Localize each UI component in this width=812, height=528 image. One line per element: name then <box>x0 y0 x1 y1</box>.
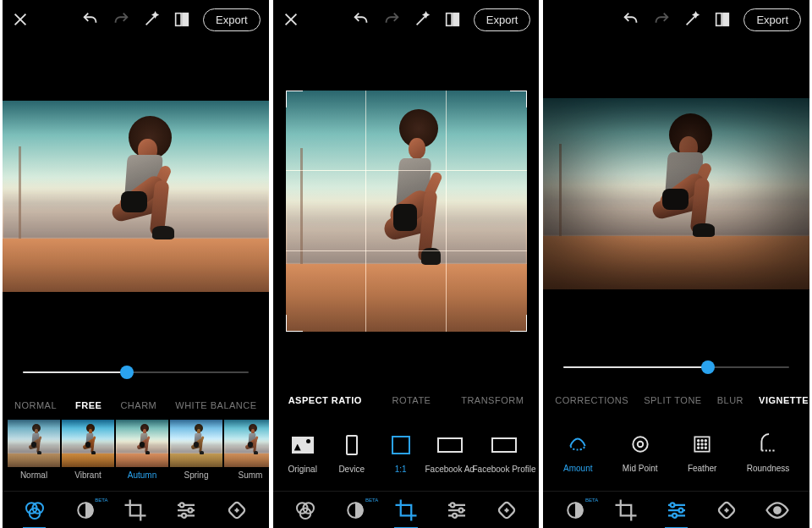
preset-normal[interactable]: Normal <box>8 420 60 491</box>
auto-enhance-icon[interactable] <box>413 10 431 29</box>
tool-crop-icon[interactable] <box>612 498 640 523</box>
tab-transform[interactable]: TRANSFORM <box>461 395 524 405</box>
tool-redeye-icon[interactable] <box>763 498 792 523</box>
preset-spring[interactable]: Spring <box>170 420 222 491</box>
svg-point-16 <box>450 503 454 507</box>
ratio-1-1[interactable]: 1:1 <box>376 432 425 474</box>
tool-filters-icon[interactable]: BETA <box>561 498 590 523</box>
svg-point-29 <box>701 443 703 445</box>
tab-normal[interactable]: NORMAL <box>14 400 57 410</box>
svg-point-37 <box>672 513 677 517</box>
crop-handle-br[interactable] <box>510 315 527 332</box>
svg-rect-20 <box>716 14 721 26</box>
photo-canvas[interactable] <box>3 39 269 354</box>
compare-icon[interactable] <box>443 10 462 29</box>
preset-summer[interactable]: Summ <box>224 420 269 491</box>
tool-adjust-icon[interactable] <box>172 498 200 523</box>
svg-rect-1 <box>183 14 188 26</box>
svg-point-31 <box>698 447 700 448</box>
tab-rotate[interactable]: ROTATE <box>392 395 431 405</box>
crop-handle-bl[interactable] <box>286 315 303 332</box>
svg-point-39 <box>774 507 781 514</box>
svg-point-18 <box>453 513 457 517</box>
slider-fill <box>23 371 127 373</box>
export-button[interactable]: Export <box>203 8 261 31</box>
phone-b: Export ASPECT RATIO ROTATE TRANSFORM Ori… <box>273 0 540 528</box>
bottom-toolbar: BETA <box>543 491 809 528</box>
auto-enhance-icon[interactable] <box>683 10 701 29</box>
svg-rect-21 <box>723 14 728 26</box>
tool-heal-icon[interactable] <box>222 498 251 523</box>
tool-crop-icon[interactable] <box>392 498 420 523</box>
three-phone-shot: Export NORMAL FREE CHARM WHITE BALANCE B… <box>0 0 812 528</box>
photo-cropframe[interactable] <box>286 91 527 332</box>
crop-handle-tr[interactable] <box>510 91 527 107</box>
crop-handle-tl[interactable] <box>286 91 303 107</box>
tool-filters-icon[interactable]: BETA <box>341 498 370 523</box>
svg-point-33 <box>705 447 707 448</box>
svg-point-25 <box>698 439 700 441</box>
tool-filters-icon[interactable]: BETA <box>71 498 100 523</box>
svg-rect-10 <box>446 14 451 26</box>
preset-vibrant[interactable]: Vibrant <box>62 420 114 491</box>
svg-point-6 <box>180 503 184 507</box>
vignette-feather[interactable]: Feather <box>688 433 716 473</box>
redo-icon <box>112 10 130 29</box>
svg-point-22 <box>633 437 647 451</box>
crop-canvas[interactable] <box>273 39 540 386</box>
slider-knob[interactable] <box>701 360 715 374</box>
tab-corrections[interactable]: CORRECTIONS <box>555 395 628 405</box>
tab-aspect-ratio[interactable]: ASPECT RATIO <box>288 395 362 405</box>
photo <box>3 101 269 292</box>
vignette-amount[interactable]: Amount <box>563 433 592 473</box>
ratio-original[interactable]: Original <box>278 432 327 474</box>
preset-autumn[interactable]: Autumn <box>116 420 168 491</box>
auto-enhance-icon[interactable] <box>142 10 161 29</box>
svg-point-17 <box>458 508 463 512</box>
bottom-toolbar: BETA <box>3 491 269 528</box>
tab-white-balance[interactable]: WHITE BALANCE <box>175 400 256 410</box>
slider-fill <box>563 366 708 368</box>
vignette-roundness[interactable]: Roundness <box>747 433 790 473</box>
tab-vignette[interactable]: VIGNETTE <box>759 395 809 405</box>
filter-category-tabs: NORMAL FREE CHARM WHITE BALANCE BL <box>3 391 269 420</box>
tool-adjust-icon[interactable] <box>442 498 471 523</box>
undo-icon[interactable] <box>352 10 370 29</box>
ratio-device[interactable]: Device <box>327 432 376 474</box>
tool-looks-icon[interactable] <box>20 498 49 523</box>
tool-heal-icon[interactable] <box>492 498 521 523</box>
ratio-facebook-ad[interactable]: Facebook Ad <box>425 432 475 474</box>
export-button[interactable]: Export <box>743 8 801 31</box>
intensity-slider[interactable] <box>3 354 269 391</box>
adjust-tabs: CORRECTIONS SPLIT TONE BLUR VIGNETTE <box>543 386 809 415</box>
svg-point-28 <box>698 443 700 445</box>
slider-knob[interactable] <box>120 366 134 379</box>
tool-crop-icon[interactable] <box>121 498 150 523</box>
tab-charm[interactable]: CHARM <box>120 400 156 410</box>
export-button[interactable]: Export <box>474 8 531 31</box>
compare-icon[interactable] <box>173 10 191 29</box>
undo-icon[interactable] <box>81 10 100 29</box>
svg-point-30 <box>705 443 707 445</box>
tool-heal-icon[interactable] <box>712 498 741 523</box>
bottom-toolbar: BETA <box>273 491 540 528</box>
svg-point-27 <box>705 439 707 441</box>
svg-point-23 <box>637 441 643 447</box>
vignette-slider[interactable] <box>543 349 809 386</box>
close-icon[interactable] <box>282 10 300 29</box>
tool-looks-icon[interactable] <box>291 498 320 523</box>
undo-icon[interactable] <box>622 10 640 29</box>
ratio-facebook-profile[interactable]: Facebook Profile <box>475 432 535 474</box>
aspect-ratio-row: Original Device 1:1 Facebook Ad Facebook… <box>273 415 540 491</box>
tab-split-tone[interactable]: SPLIT TONE <box>644 395 702 405</box>
tab-blur[interactable]: BLUR <box>717 395 743 405</box>
photo-canvas[interactable] <box>543 39 809 349</box>
tool-adjust-icon[interactable] <box>662 498 691 523</box>
tab-free[interactable]: FREE <box>75 400 102 410</box>
compare-icon[interactable] <box>713 10 732 29</box>
vignette-midpoint[interactable]: Mid Point <box>623 433 658 473</box>
crop-tabs: ASPECT RATIO ROTATE TRANSFORM <box>273 386 540 415</box>
redo-icon <box>652 10 671 29</box>
topbar: Export <box>543 0 809 39</box>
close-icon[interactable] <box>11 10 30 29</box>
